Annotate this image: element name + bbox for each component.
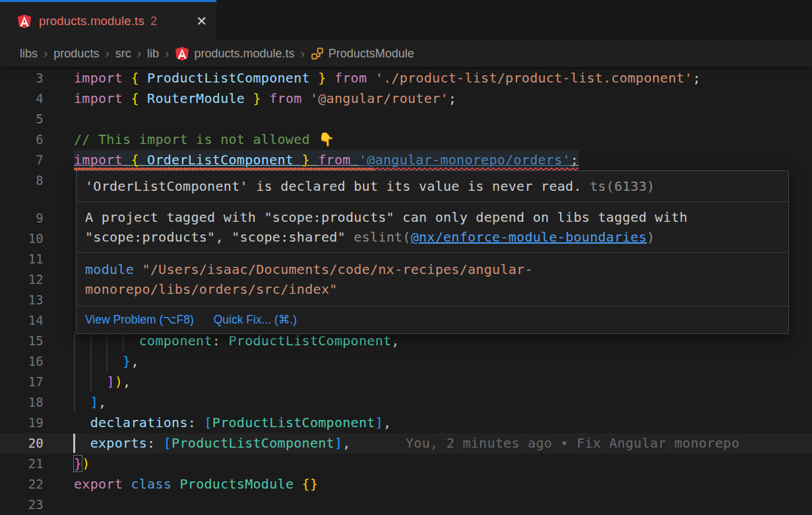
hover-sections: 'OrderListComponent' is declared but its…	[77, 171, 788, 306]
breadcrumb-item-products.module.ts[interactable]: products.module.ts	[175, 46, 294, 61]
hover-text: )	[647, 229, 655, 245]
hover-section-eslint-message: A project tagged with "scope:products" c…	[77, 202, 788, 253]
hover-section-ts-message: 'OrderListComponent' is declared but its…	[77, 171, 788, 202]
code-text: // This import is not allowed 👇	[74, 129, 335, 150]
code-line-4[interactable]: 4import { RouterModule } from '@angular/…	[0, 88, 812, 109]
breadcrumb-label: products.module.ts	[194, 47, 294, 61]
code-line-16[interactable]: 16 },	[0, 351, 812, 372]
line-number: 8	[0, 170, 44, 191]
eslint-rule-link[interactable]: @nx/enforce-module-boundaries	[411, 229, 647, 245]
code-line-19[interactable]: 19 declarations: [ProductListComponent],	[0, 413, 812, 433]
hover-popup: 'OrderListComponent' is declared but its…	[76, 170, 789, 334]
tab-title: products.module.ts	[39, 14, 144, 28]
breadcrumb-item-src[interactable]: src	[115, 47, 131, 61]
breadcrumb-label: libs	[20, 47, 38, 61]
hover-text: ts(6133)	[590, 178, 655, 194]
hover-text	[134, 261, 142, 277]
tab-bar: products.module.ts 2 ✕	[0, 0, 812, 40]
tab-problem-count: 2	[150, 15, 157, 28]
line-number: 5	[0, 109, 44, 129]
code-text: })	[74, 454, 90, 474]
breadcrumb-label: products	[53, 47, 99, 61]
line-number: 11	[0, 249, 44, 269]
tab-products-module[interactable]: products.module.ts 2 ✕	[0, 0, 216, 40]
code-line-22[interactable]: 22export class ProductsModule {}	[0, 474, 812, 495]
code-line-23[interactable]: 23	[0, 495, 812, 515]
line-number: 13	[0, 290, 44, 310]
hover-text: 'OrderListComponent' is declared but its…	[85, 178, 582, 194]
git-blame-annotation: You, 2 minutes ago • Fix Angular monorep…	[406, 433, 739, 454]
code-text: exports: [ProductListComponent],	[74, 433, 351, 454]
hover-actions: View Problem (⌥F8)Quick Fix... (⌘.)	[77, 306, 788, 333]
hover-text: eslint(	[354, 229, 410, 245]
line-number: 4	[0, 88, 44, 109]
code-line-7[interactable]: 7import { OrderListComponent } from '@an…	[0, 150, 812, 170]
code-text: declarations: [ProductListComponent],	[74, 413, 391, 433]
code-line-17[interactable]: 17 ]),	[0, 372, 812, 392]
line-number: 17	[0, 372, 44, 392]
line-number: 23	[0, 495, 44, 515]
angular-icon	[175, 46, 189, 61]
breadcrumb-label: ProductsModule	[328, 47, 414, 61]
breadcrumb-label: lib	[147, 47, 159, 61]
code-line-21[interactable]: 21})	[0, 454, 812, 474]
hover-text: "/Users/isaac/Documents/code/nx-recipes/…	[85, 261, 533, 297]
class-icon	[311, 47, 324, 60]
code-text: import { ProductListComponent } from './…	[74, 68, 701, 88]
code-line-3[interactable]: 3import { ProductListComponent } from '.…	[0, 68, 812, 88]
line-number: 7	[0, 150, 44, 170]
code-text: },	[74, 351, 139, 372]
code-line-18[interactable]: 18 ],	[0, 392, 812, 413]
breadcrumb-separator: ›	[44, 46, 47, 61]
hover-action-quick[interactable]: Quick Fix... (⌘.)	[214, 312, 297, 328]
code-line-6[interactable]: 6// This import is not allowed 👇	[0, 129, 812, 150]
breadcrumb-separator: ›	[105, 46, 109, 61]
breadcrumb-item-products[interactable]: products	[53, 47, 99, 61]
breadcrumb-item-ProductsModule[interactable]: ProductsModule	[311, 47, 414, 61]
line-number: 9	[0, 208, 44, 228]
breadcrumb-item-lib[interactable]: lib	[147, 47, 159, 61]
line-number: 6	[0, 129, 44, 150]
code-line-5[interactable]: 5	[0, 109, 812, 129]
breadcrumb-separator: ›	[165, 46, 169, 61]
line-number: 10	[0, 228, 44, 249]
line-number: 22	[0, 474, 44, 495]
code-text: ],	[74, 392, 106, 413]
breadcrumb-separator: ›	[300, 46, 304, 61]
line-number: 16	[0, 351, 44, 372]
breadcrumb-item-libs[interactable]: libs	[20, 47, 38, 61]
code-line-20[interactable]: 20 exports: [ProductListComponent],You, …	[0, 433, 812, 454]
hover-text	[582, 178, 590, 194]
line-number: 12	[0, 269, 44, 290]
code-text: export class ProductsModule {}	[74, 474, 318, 495]
text-cursor	[73, 434, 75, 453]
line-number: 20	[0, 433, 44, 454]
line-number: 15	[0, 331, 44, 351]
line-number: 14	[0, 310, 44, 331]
line-number: 18	[0, 392, 44, 413]
hover-text: module	[85, 261, 134, 277]
line-number: 21	[0, 454, 44, 474]
line-number: 19	[0, 413, 44, 433]
breadcrumb-label: src	[115, 47, 131, 61]
hover-section-module-path: module "/Users/isaac/Documents/code/nx-r…	[77, 253, 788, 306]
code-text: ]),	[74, 372, 131, 392]
angular-icon	[17, 14, 32, 28]
breadcrumb: libs›products›src›lib›products.module.ts…	[0, 40, 812, 67]
close-icon[interactable]: ✕	[196, 15, 207, 28]
hover-action-view[interactable]: View Problem (⌥F8)	[85, 312, 194, 328]
breadcrumb-separator: ›	[137, 46, 141, 61]
code-text: import { RouterModule } from '@angular/r…	[74, 88, 456, 109]
line-number: 3	[0, 68, 44, 88]
